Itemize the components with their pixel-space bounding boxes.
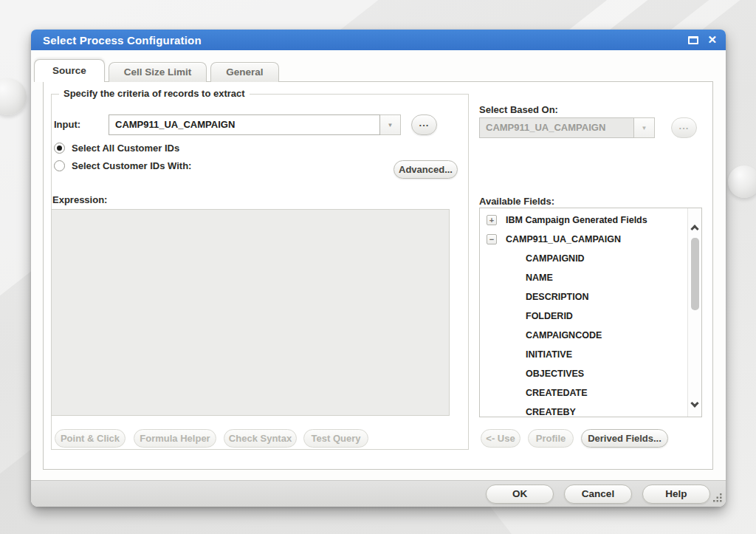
tree-item-label: CAMPAIGNCODE xyxy=(526,326,602,345)
tree-item[interactable]: CAMPAIGNID xyxy=(480,249,687,268)
radio-checked-icon[interactable] xyxy=(54,143,65,154)
radio-select-customer-ids-with[interactable]: Select Customer IDs With: xyxy=(54,160,191,171)
derived-fields-button[interactable]: Derived Fields... xyxy=(581,429,668,448)
select-process-configuration-dialog: Select Process Configuration ✕ Source Ce… xyxy=(31,30,726,507)
select-based-on-dropdown-button[interactable]: ▼ xyxy=(634,117,655,138)
tree-item[interactable]: − CAMP911_UA_CAMPAIGN xyxy=(480,230,687,249)
profile-button[interactable]: Profile xyxy=(528,429,574,448)
dialog-title: Select Process Configuration xyxy=(31,34,202,47)
radio-label: Select Customer IDs With: xyxy=(72,160,191,171)
tree-item-label: IBM Campaign Generated Fields xyxy=(506,210,647,230)
resize-grip-icon[interactable] xyxy=(711,492,723,504)
window-controls: ✕ xyxy=(688,30,717,50)
tree-item[interactable]: DESCRIPTION xyxy=(480,287,687,307)
fields-scrollbar[interactable] xyxy=(687,208,701,417)
close-icon[interactable]: ✕ xyxy=(707,30,717,50)
ok-button[interactable]: OK xyxy=(486,485,554,504)
dropdown-arrow-icon: ▼ xyxy=(388,122,394,129)
tree-item-label: CAMPAIGNID xyxy=(526,249,585,268)
dialog-footer: OK Cancel Help xyxy=(31,480,726,507)
tree-item[interactable]: NAME xyxy=(480,268,687,287)
criteria-group-title: Specify the criteria of records to extra… xyxy=(59,88,250,99)
scroll-down-icon[interactable] xyxy=(690,399,698,407)
expand-icon[interactable]: + xyxy=(487,215,497,225)
scroll-up-icon[interactable] xyxy=(690,225,698,233)
input-value[interactable]: CAMP911_UA_CAMPAIGN xyxy=(109,114,380,135)
radio-label: Select All Customer IDs xyxy=(72,143,179,154)
tree-item[interactable]: FOLDERID xyxy=(480,307,687,326)
tree-item-label: CAMP911_UA_CAMPAIGN xyxy=(506,230,621,249)
input-dropdown-button[interactable]: ▼ xyxy=(380,114,401,135)
tree-item[interactable]: CAMPAIGNCODE xyxy=(480,326,687,345)
fields-tree: + IBM Campaign Generated Fields − CAMP91… xyxy=(480,208,687,417)
radio-select-all-customer-ids[interactable]: Select All Customer IDs xyxy=(54,143,179,154)
dropdown-arrow-icon: ▼ xyxy=(642,125,647,131)
available-fields-label: Available Fields: xyxy=(479,196,554,207)
tree-item[interactable]: CREATEBY xyxy=(480,403,687,417)
tree-item-label: OBJECTIVES xyxy=(526,364,584,383)
available-fields-list[interactable]: + IBM Campaign Generated Fields − CAMP91… xyxy=(479,208,702,417)
tree-item-label: CREATEBY xyxy=(526,403,576,417)
test-query-button[interactable]: Test Query xyxy=(303,429,368,448)
use-button[interactable]: <- Use xyxy=(481,429,520,448)
scrollbar-thumb[interactable] xyxy=(691,238,699,310)
collapse-icon[interactable]: − xyxy=(487,234,497,244)
tree-item[interactable]: + IBM Campaign Generated Fields xyxy=(480,210,687,230)
tree-item[interactable]: CREATEDATE xyxy=(480,383,687,403)
tab-general[interactable]: General xyxy=(210,62,278,82)
select-based-on-browse-button[interactable]: ... xyxy=(671,117,697,138)
source-tab-panel: Specify the criteria of records to extra… xyxy=(43,81,713,470)
check-syntax-button[interactable]: Check Syntax xyxy=(224,429,297,448)
input-label: Input: xyxy=(54,119,80,130)
input-browse-button[interactable]: ... xyxy=(411,114,437,135)
advanced-button[interactable]: Advanced... xyxy=(394,160,458,179)
select-based-on-value[interactable]: CAMP911_UA_CAMPAIGN xyxy=(479,117,634,138)
expression-label: Expression: xyxy=(52,194,107,205)
radio-unchecked-icon[interactable] xyxy=(54,160,65,171)
tab-cell-size-limit[interactable]: Cell Size Limit xyxy=(109,62,207,82)
formula-helper-button[interactable]: Formula Helper xyxy=(134,429,216,448)
tab-source[interactable]: Source xyxy=(34,59,105,82)
tree-item[interactable]: OBJECTIVES xyxy=(480,364,687,383)
select-based-on-label: Select Based On: xyxy=(479,104,558,115)
select-based-on-combobox[interactable]: CAMP911_UA_CAMPAIGN ▼ xyxy=(479,117,655,138)
title-bar[interactable]: Select Process Configuration ✕ xyxy=(31,30,726,50)
point-and-click-button[interactable]: Point & Click xyxy=(55,429,126,448)
tree-item-label: INITIATIVE xyxy=(526,345,572,364)
input-combobox[interactable]: CAMP911_UA_CAMPAIGN ▼ xyxy=(109,114,401,135)
expression-textarea[interactable] xyxy=(51,209,450,416)
tree-item-label: NAME xyxy=(526,268,553,287)
help-button[interactable]: Help xyxy=(642,485,710,504)
tree-item-label: DESCRIPTION xyxy=(526,287,588,307)
tree-item[interactable]: INITIATIVE xyxy=(480,345,687,364)
maximize-icon[interactable] xyxy=(688,36,698,44)
tree-item-label: FOLDERID xyxy=(526,307,573,326)
cancel-button[interactable]: Cancel xyxy=(564,485,632,504)
tree-item-label: CREATEDATE xyxy=(526,383,588,403)
tab-bar: Source Cell Size Limit General xyxy=(34,59,283,82)
background-sphere xyxy=(728,165,756,198)
